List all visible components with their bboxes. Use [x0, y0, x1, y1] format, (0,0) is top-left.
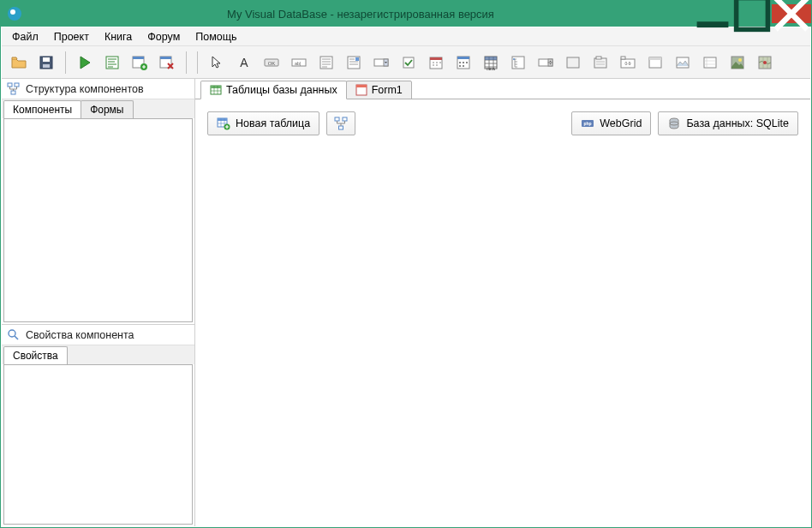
tab-forms[interactable]: Формы [81, 100, 133, 118]
map-icon [756, 54, 773, 71]
menu-forum[interactable]: Форум [140, 29, 187, 45]
svg-text:OK: OK [268, 60, 276, 65]
main-tab-tables-label: Таблицы базы данных [226, 84, 337, 96]
database-button[interactable]: База данных: SQLite [658, 111, 798, 135]
script-button[interactable] [100, 51, 124, 75]
checkbox-button[interactable] [397, 51, 421, 75]
titlebar[interactable]: My Visual DataBase - незарегистрированна… [1, 1, 811, 27]
menu-help[interactable]: Помощь [188, 29, 243, 45]
treeview-button[interactable] [506, 51, 530, 75]
minimize-button[interactable] [693, 4, 732, 23]
svg-rect-10 [160, 57, 171, 59]
play-icon [76, 54, 93, 71]
button-control-button[interactable]: OK [260, 51, 284, 75]
form-add-icon [131, 54, 148, 71]
panel-icon [564, 54, 582, 71]
svg-point-45 [738, 58, 742, 62]
components-title: Структура компонентов [26, 83, 144, 95]
maximize-icon [732, 0, 772, 33]
pagecontrol-button[interactable]: 0-9 [616, 51, 640, 75]
main-tabs: Таблицы базы данных Form1 [195, 79, 810, 99]
calendar-button[interactable] [451, 51, 475, 75]
menu-file[interactable]: Файл [5, 29, 45, 45]
open-button[interactable] [7, 51, 31, 75]
dbfile-button[interactable] [643, 51, 667, 75]
tab-components[interactable]: Компоненты [3, 100, 81, 118]
svg-rect-48 [8, 83, 12, 87]
svg-point-51 [9, 330, 15, 337]
svg-rect-36 [596, 57, 601, 59]
database-label: База данных: SQLite [686, 117, 789, 129]
image-button[interactable] [725, 51, 749, 75]
textbox-icon: ab| [290, 54, 307, 71]
relations-button[interactable] [326, 111, 355, 135]
dbfile-icon [647, 54, 664, 71]
properties-grid[interactable] [3, 364, 193, 525]
textbox-button[interactable]: ab| [287, 51, 311, 75]
calendar-icon [427, 54, 445, 71]
script-icon [104, 54, 121, 71]
tab-properties[interactable]: Свойства [3, 346, 68, 364]
svg-rect-41 [649, 57, 661, 60]
calendar-month-icon [455, 54, 472, 71]
svg-text:DATA: DATA [487, 67, 495, 71]
svg-rect-34 [567, 57, 579, 68]
map-button[interactable] [753, 51, 777, 75]
memo-icon [318, 54, 335, 71]
app-icon [8, 7, 21, 21]
svg-text:0-9: 0-9 [624, 61, 630, 66]
svg-rect-4 [43, 64, 50, 68]
grid-button[interactable]: DATA [479, 51, 503, 75]
svg-rect-21 [403, 57, 414, 68]
grid-icon: DATA [482, 54, 499, 71]
label-button[interactable]: A [232, 51, 256, 75]
svg-rect-38 [621, 57, 625, 59]
counter-button[interactable] [534, 51, 558, 75]
new-table-button[interactable]: Новая таблица [207, 111, 319, 135]
dbfile2-button[interactable] [698, 51, 722, 75]
svg-rect-18 [355, 57, 359, 61]
run-button[interactable] [73, 51, 97, 75]
components-tabs: Компоненты Формы [2, 99, 194, 118]
main-tab-tables[interactable]: Таблицы базы данных [200, 81, 347, 99]
components-panel: Структура компонентов Компоненты Формы [2, 79, 194, 324]
components-tree[interactable] [3, 118, 193, 322]
content-toolbar: Новая таблица php WebGrid База данных [207, 111, 798, 135]
minimize-icon [693, 0, 732, 33]
svg-point-47 [763, 61, 767, 64]
webgrid-label: WebGrid [600, 117, 642, 129]
richedit-button[interactable] [342, 51, 366, 75]
main-tab-form1[interactable]: Form1 [346, 81, 412, 99]
checkbox-icon [400, 54, 417, 71]
app-window: My Visual DataBase - незарегистрированна… [0, 0, 812, 528]
groupbox-button[interactable] [588, 51, 612, 75]
panel-button[interactable] [561, 51, 585, 75]
dbimage-button[interactable] [671, 51, 695, 75]
properties-panel: Свойства компонента Свойства [2, 324, 194, 526]
datetimepicker-button[interactable] [424, 51, 448, 75]
svg-rect-3 [43, 57, 50, 62]
close-button[interactable] [772, 4, 811, 23]
save-button[interactable] [34, 51, 58, 75]
svg-rect-61 [339, 126, 343, 129]
image-icon [729, 54, 746, 71]
maximize-button[interactable] [732, 4, 772, 23]
combobox-button[interactable] [369, 51, 393, 75]
menubar: Файл Проект Книга Форум Помощь [2, 27, 810, 46]
client-area: Файл Проект Книга Форум Помощь [1, 27, 811, 527]
menu-project[interactable]: Проект [47, 29, 96, 45]
svg-rect-59 [335, 117, 339, 121]
svg-rect-0 [697, 21, 729, 27]
webgrid-button[interactable]: php WebGrid [571, 111, 651, 135]
menu-book[interactable]: Книга [98, 29, 139, 45]
svg-rect-25 [457, 57, 469, 59]
new-form-button[interactable] [128, 51, 152, 75]
groupbox-icon [592, 54, 609, 71]
svg-rect-57 [218, 118, 227, 121]
form-icon [355, 84, 367, 96]
memo-button[interactable] [314, 51, 338, 75]
svg-rect-43 [704, 57, 716, 68]
pointer-button[interactable] [205, 51, 229, 75]
window-controls [693, 4, 811, 23]
delete-form-button[interactable] [155, 51, 179, 75]
